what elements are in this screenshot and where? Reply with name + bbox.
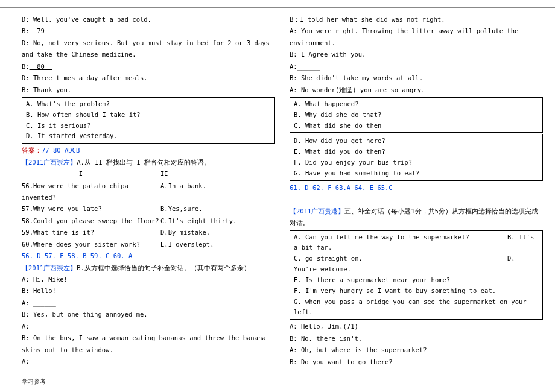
qa-row: 60.Where does your sister work?E.I overs… xyxy=(22,239,275,250)
option: D. It started yesterday. xyxy=(26,131,271,142)
dialog-line: A: ______ xyxy=(22,297,275,309)
option: A. Can you tell me the way to the superm… xyxy=(294,232,539,254)
option: E. What did you do then? xyxy=(294,147,539,157)
qa-row: 59.What time is it?D.By mistake. xyxy=(22,227,275,238)
dialog-line: B：I told her what she did was not right. xyxy=(290,14,543,25)
option: C. go straight on. D. You're welcome. xyxy=(294,253,539,275)
spacer xyxy=(290,194,543,205)
dialog-line: D: No, not very serious. But you must st… xyxy=(22,37,275,61)
dialog-line: D: Three times a day after meals. xyxy=(22,72,275,84)
dialog-line: A:______ xyxy=(290,61,543,72)
section-header: 【2011广西崇左】A.从 II 栏找出与 I 栏各句相对应的答语。 xyxy=(22,157,275,168)
dialog-line: B: Thank you. xyxy=(22,84,275,96)
dialog-line: A: Hello, Jim.(71)____________ xyxy=(290,321,543,332)
option: B. Why did she do that? xyxy=(294,110,539,121)
option-box-4: A. Can you tell me the way to the superm… xyxy=(290,230,543,320)
page-content: D: Well, you've caught a bad cold. B: 79… xyxy=(0,7,555,375)
answer-line: 56. D 57. E 58. B 59. C 60. A xyxy=(22,250,275,262)
answer-line: 答案：77—80 ADCB xyxy=(22,145,275,156)
dialog-line: A: No wonder(难怪) you are so angry. xyxy=(290,84,543,96)
qa-row: 58.Could you please sweep the floor?C.It… xyxy=(22,215,275,227)
section-header: 【2011广西贵港】五、补全对话（每小题1分，共5分）从方框内选择恰当的选项完成… xyxy=(290,206,543,229)
option: C. Is it serious? xyxy=(26,121,271,131)
option-box-2: A. What happened? B. Why did she do that… xyxy=(290,97,543,133)
dialog-line: B: I Agree with you. xyxy=(290,49,543,60)
dialog-line: B: She didn't take my words at all. xyxy=(290,72,543,84)
option: D. How did you get here? xyxy=(294,136,539,147)
qa-row: 57.Why were you late?B.Yes,sure. xyxy=(22,203,275,215)
dialog-line: B: Hello! xyxy=(22,285,275,297)
option-box-3: D. How did you get here? E. What did you… xyxy=(290,134,543,180)
dialog-line: A: Hi, Mike! xyxy=(22,274,275,285)
option: B. How often should I take it? xyxy=(26,110,271,121)
section-header: 【2011广西崇左】B.从方框中选择恰当的句子补全对话。（其中有两个多余） xyxy=(22,262,275,274)
option: F. I'm very hungry so I want to buy some… xyxy=(294,286,539,297)
dialog-line: A: Oh, but where is the supermarket? xyxy=(290,344,543,356)
option: E. Is there a supermarket near your home… xyxy=(294,275,539,286)
dialog-line: B: On the bus, I saw a woman eating bana… xyxy=(22,332,275,356)
dialog-line: A: ______ xyxy=(22,356,275,367)
footer-text: 学习参考 xyxy=(22,376,46,388)
dialog-line: A: You were right. Throwing the litter a… xyxy=(290,25,543,49)
dialog-line: B: 79 xyxy=(22,25,275,37)
option: A. What happened? xyxy=(294,99,539,110)
dialog-line: D: Well, you've caught a bad cold. xyxy=(22,14,275,25)
option: G. when you pass a bridge you can see th… xyxy=(294,297,539,318)
option: A. What's the problem? xyxy=(26,99,271,110)
dialog-line: B: Do you want to go there? xyxy=(290,356,543,368)
option: F. Did you enjoy your bus trip? xyxy=(294,157,539,168)
dialog-line: A: ______ xyxy=(22,321,275,332)
dialog-line: B: Yes, but one thing annoyed me. xyxy=(22,309,275,320)
option: C. What did she do then xyxy=(294,121,539,131)
qa-row: 56.How were the patato chipa invented?A.… xyxy=(22,180,275,204)
dialog-line: B: No, there isn't. xyxy=(290,333,543,344)
option-box-1: A. What's the problem? B. How often shou… xyxy=(22,97,275,144)
answer-line: 61. D 62. F 63.A 64. E 65.C xyxy=(290,182,543,194)
option: G. Have you had something to eat? xyxy=(294,168,539,179)
dialog-line: B: 80 xyxy=(22,61,275,72)
column-header: III xyxy=(22,168,275,180)
